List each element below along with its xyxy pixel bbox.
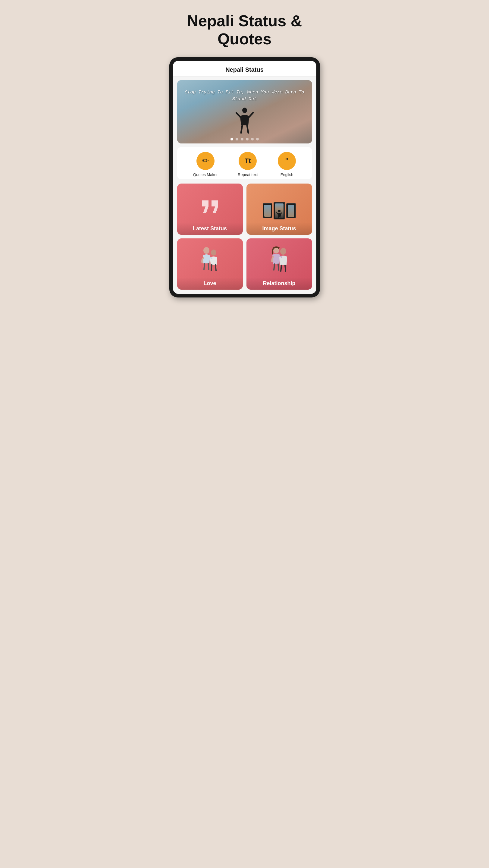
relationship-couple-icon xyxy=(264,246,294,274)
card-love[interactable]: Love xyxy=(177,239,243,290)
dot-4[interactable] xyxy=(251,138,254,141)
svg-line-4 xyxy=(247,125,248,133)
svg-point-17 xyxy=(280,248,286,255)
svg-line-20 xyxy=(281,265,282,271)
svg-line-1 xyxy=(236,113,241,118)
phone-screen: Nepali Status Stop Trying To Fit In, Whe… xyxy=(173,61,316,294)
carousel[interactable]: Stop Trying To Fit In, When You Were Bor… xyxy=(177,80,312,144)
svg-line-7 xyxy=(281,213,282,214)
english-label: English xyxy=(281,173,293,177)
card-relationship[interactable]: Relationship xyxy=(247,239,312,290)
image-status-label: Image Status xyxy=(247,222,312,235)
svg-line-6 xyxy=(276,213,278,214)
svg-line-15 xyxy=(216,265,216,271)
svg-line-2 xyxy=(248,113,253,118)
quotes-maker-label: Quotes Maker xyxy=(193,173,218,177)
phone-icons-sim xyxy=(263,202,296,219)
action-quotes-maker[interactable]: ✏ Quotes Maker xyxy=(193,152,218,177)
phone-icon-left xyxy=(263,203,272,218)
person-silhouette-icon xyxy=(236,107,254,134)
grid-section: Latest Status xyxy=(173,184,316,294)
page-title: Nepali Status &Quotes xyxy=(187,12,302,48)
svg-line-18 xyxy=(274,264,274,270)
love-couple-icon xyxy=(195,246,225,274)
svg-line-3 xyxy=(241,125,242,133)
app-header: Nepali Status xyxy=(173,61,316,76)
svg-line-8 xyxy=(279,217,279,218)
dot-1[interactable] xyxy=(236,138,238,141)
svg-line-9 xyxy=(280,217,280,218)
dot-3[interactable] xyxy=(246,138,249,141)
quote-marks-icon xyxy=(199,200,221,216)
repeat-text-icon: Tt xyxy=(239,152,257,170)
svg-point-11 xyxy=(211,250,216,255)
latest-status-icon xyxy=(199,200,221,219)
card-image-status[interactable]: Image Status xyxy=(247,184,312,235)
english-icon: " xyxy=(278,152,296,170)
card-latest-status[interactable]: Latest Status xyxy=(177,184,243,235)
repeat-text-label: Repeat text xyxy=(238,173,258,177)
quotes-maker-icon: ✏ xyxy=(196,152,215,170)
phone-frame: Nepali Status Stop Trying To Fit In, Whe… xyxy=(169,57,320,298)
action-english[interactable]: " English xyxy=(278,152,296,177)
svg-line-19 xyxy=(278,264,279,270)
dot-2[interactable] xyxy=(241,138,243,141)
relationship-label: Relationship xyxy=(247,277,312,290)
action-repeat-text[interactable]: Tt Repeat text xyxy=(238,152,258,177)
dot-0[interactable] xyxy=(230,138,233,141)
svg-point-5 xyxy=(278,210,281,212)
svg-point-0 xyxy=(242,107,247,113)
svg-line-12 xyxy=(204,264,204,270)
dot-5[interactable] xyxy=(256,138,259,141)
latest-status-label: Latest Status xyxy=(177,222,243,235)
quick-actions: ✏ Quotes Maker Tt Repeat text " English xyxy=(177,147,312,179)
phone-icon-center xyxy=(273,202,285,219)
app-header-title: Nepali Status xyxy=(225,66,264,73)
svg-line-21 xyxy=(285,265,286,271)
svg-line-14 xyxy=(211,265,212,271)
svg-line-13 xyxy=(208,264,209,270)
love-label: Love xyxy=(177,277,243,290)
carousel-dots xyxy=(177,138,312,141)
carousel-quote: Stop Trying To Fit In, When You Were Bor… xyxy=(177,89,312,103)
svg-point-10 xyxy=(203,247,209,254)
phone-icon-right xyxy=(286,203,296,218)
